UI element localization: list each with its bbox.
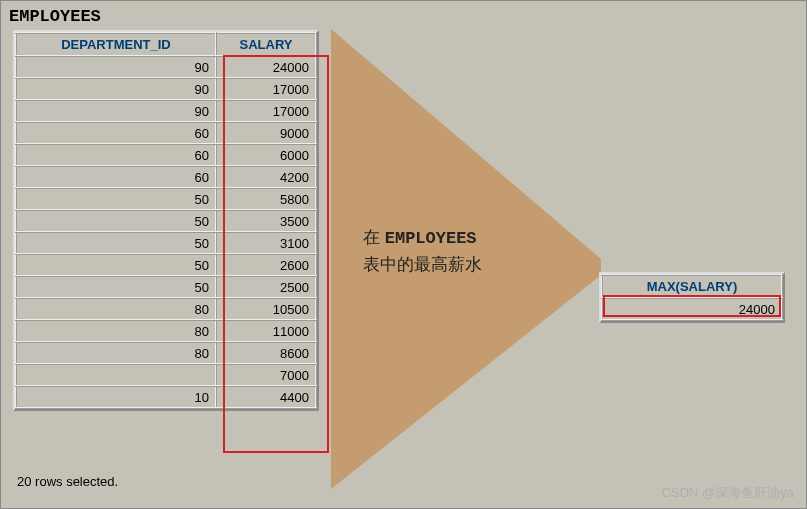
cell-department: 80 — [16, 320, 216, 342]
result-table: MAX(SALARY) 24000 — [601, 274, 783, 321]
table-row: 505800 — [16, 188, 316, 210]
cell-department: 60 — [16, 122, 216, 144]
caption-line2: 表中的最高薪水 — [363, 252, 482, 278]
result-table-container: MAX(SALARY) 24000 — [599, 272, 785, 323]
cell-salary: 9000 — [216, 122, 316, 144]
table-title: EMPLOYEES — [1, 1, 806, 30]
table-row: 8010500 — [16, 298, 316, 320]
cell-salary: 2600 — [216, 254, 316, 276]
cell-department: 90 — [16, 100, 216, 122]
cell-department: 60 — [16, 144, 216, 166]
table-row: 502600 — [16, 254, 316, 276]
cell-department: 50 — [16, 188, 216, 210]
cell-department: 90 — [16, 56, 216, 78]
cell-department: 80 — [16, 342, 216, 364]
cell-salary: 4200 — [216, 166, 316, 188]
cell-salary: 6000 — [216, 144, 316, 166]
table-row: 9024000 — [16, 56, 316, 78]
cell-department: 10 — [16, 386, 216, 408]
table-row: 9017000 — [16, 100, 316, 122]
cell-salary: 17000 — [216, 100, 316, 122]
result-value: 24000 — [602, 298, 782, 320]
cell-salary: 11000 — [216, 320, 316, 342]
table-row: 808600 — [16, 342, 316, 364]
cell-salary: 7000 — [216, 364, 316, 386]
column-header-department: DEPARTMENT_ID — [16, 33, 216, 56]
cell-department: 50 — [16, 276, 216, 298]
table-row: 604200 — [16, 166, 316, 188]
cell-department: 50 — [16, 254, 216, 276]
cell-salary: 3100 — [216, 232, 316, 254]
cell-salary: 17000 — [216, 78, 316, 100]
table-row: 502500 — [16, 276, 316, 298]
cell-salary: 3500 — [216, 210, 316, 232]
cell-salary: 8600 — [216, 342, 316, 364]
watermark-text: CSDN @深海鱼肝油ya — [662, 484, 794, 502]
cell-department: 90 — [16, 78, 216, 100]
caption-line1-prefix: 在 — [363, 228, 385, 247]
cell-salary: 5800 — [216, 188, 316, 210]
cell-salary: 2500 — [216, 276, 316, 298]
table-row: 7000 — [16, 364, 316, 386]
cell-department: 60 — [16, 166, 216, 188]
cell-department: 50 — [16, 232, 216, 254]
cell-salary: 24000 — [216, 56, 316, 78]
employees-table-container: DEPARTMENT_ID SALARY 9024000901700090170… — [13, 30, 319, 411]
table-row: 503100 — [16, 232, 316, 254]
cell-department — [16, 364, 216, 386]
employees-table: DEPARTMENT_ID SALARY 9024000901700090170… — [15, 32, 317, 409]
cell-salary: 10500 — [216, 298, 316, 320]
caption-text: 在 EMPLOYEES 表中的最高薪水 — [363, 225, 482, 277]
table-row: 503500 — [16, 210, 316, 232]
cell-salary: 4400 — [216, 386, 316, 408]
rows-selected-label: 20 rows selected. — [17, 474, 118, 489]
column-header-salary: SALARY — [216, 33, 316, 56]
table-row: 104400 — [16, 386, 316, 408]
cell-department: 50 — [16, 210, 216, 232]
table-row: 9017000 — [16, 78, 316, 100]
table-row: 606000 — [16, 144, 316, 166]
table-row: 8011000 — [16, 320, 316, 342]
caption-line1-tablename: EMPLOYEES — [385, 229, 477, 248]
table-row: 609000 — [16, 122, 316, 144]
cell-department: 80 — [16, 298, 216, 320]
result-header: MAX(SALARY) — [602, 275, 782, 298]
